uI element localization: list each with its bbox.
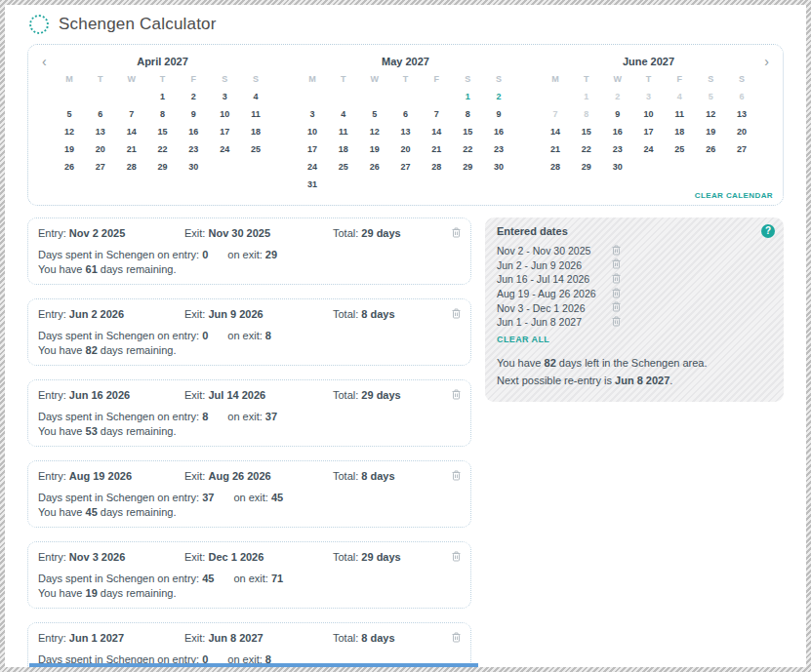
day-cell[interactable]: 26 xyxy=(359,161,390,174)
delete-range-button[interactable] xyxy=(612,258,624,271)
day-cell[interactable]: 25 xyxy=(328,161,359,174)
next-month-button[interactable]: › xyxy=(764,53,769,70)
day-cell[interactable]: 10 xyxy=(633,108,665,121)
day-cell[interactable]: 4 xyxy=(328,108,359,121)
delete-entry-button[interactable] xyxy=(449,632,461,645)
delete-entry-button[interactable] xyxy=(449,470,461,483)
day-cell[interactable]: 2 xyxy=(178,91,209,103)
day-cell[interactable]: 13 xyxy=(390,126,422,138)
day-cell[interactable]: 20 xyxy=(390,143,422,156)
day-cell[interactable]: 18 xyxy=(664,126,695,138)
day-cell[interactable]: 13 xyxy=(726,108,757,121)
day-cell[interactable]: 15 xyxy=(452,126,483,138)
day-cell[interactable]: 9 xyxy=(602,108,633,121)
help-icon[interactable]: ? xyxy=(761,224,775,238)
day-cell[interactable]: 11 xyxy=(664,108,695,121)
day-cell[interactable]: 11 xyxy=(328,126,359,138)
day-cell[interactable]: 1 xyxy=(452,91,483,103)
day-cell[interactable]: 24 xyxy=(209,143,240,156)
day-cell[interactable]: 27 xyxy=(85,161,116,174)
day-cell[interactable]: 22 xyxy=(147,143,179,156)
day-cell[interactable]: 24 xyxy=(297,161,328,174)
day-cell[interactable]: 16 xyxy=(602,126,633,138)
day-cell[interactable]: 16 xyxy=(483,126,514,138)
day-cell[interactable]: 12 xyxy=(54,126,85,138)
day-cell[interactable]: 6 xyxy=(390,108,422,121)
day-cell[interactable]: 29 xyxy=(452,161,483,174)
day-cell[interactable]: 15 xyxy=(147,126,179,138)
day-cell[interactable]: 27 xyxy=(726,143,757,156)
day-cell[interactable]: 13 xyxy=(85,126,116,138)
day-cell[interactable]: 22 xyxy=(571,143,602,156)
day-cell[interactable]: 24 xyxy=(633,143,665,156)
day-cell[interactable]: 23 xyxy=(178,143,209,156)
day-cell[interactable]: 20 xyxy=(85,143,116,156)
day-cell[interactable]: 20 xyxy=(726,126,757,138)
day-cell[interactable]: 29 xyxy=(147,161,179,174)
day-cell[interactable]: 9 xyxy=(178,108,209,121)
day-cell[interactable]: 23 xyxy=(602,143,633,156)
day-cell[interactable]: 26 xyxy=(54,161,85,174)
delete-range-button[interactable] xyxy=(612,316,624,329)
day-cell[interactable]: 30 xyxy=(178,161,209,174)
day-cell[interactable]: 28 xyxy=(116,161,147,174)
day-cell[interactable]: 3 xyxy=(209,91,240,103)
clear-all-button[interactable]: CLEAR ALL xyxy=(497,335,549,344)
delete-range-button[interactable] xyxy=(612,288,624,300)
delete-range-button[interactable] xyxy=(612,273,624,286)
day-cell[interactable]: 30 xyxy=(602,161,633,174)
delete-entry-button[interactable] xyxy=(449,389,461,402)
day-cell[interactable]: 1 xyxy=(147,91,179,103)
day-cell[interactable]: 29 xyxy=(571,161,602,174)
day-cell[interactable]: 19 xyxy=(359,143,390,156)
day-cell[interactable]: 19 xyxy=(695,126,726,138)
day-cell[interactable]: 2 xyxy=(483,91,514,103)
delete-entry-button[interactable] xyxy=(449,227,461,240)
day-cell[interactable]: 22 xyxy=(452,143,483,156)
day-cell[interactable]: 7 xyxy=(421,108,452,121)
delete-entry-button[interactable] xyxy=(449,308,461,321)
day-cell[interactable]: 14 xyxy=(540,126,571,138)
day-cell[interactable]: 14 xyxy=(116,126,147,138)
day-cell[interactable]: 8 xyxy=(147,108,179,121)
day-cell[interactable]: 19 xyxy=(54,143,85,156)
day-cell[interactable]: 18 xyxy=(240,126,271,138)
day-cell[interactable]: 28 xyxy=(421,161,452,174)
day-cell[interactable]: 28 xyxy=(540,161,571,174)
day-cell[interactable]: 25 xyxy=(664,143,695,156)
day-cell[interactable]: 4 xyxy=(240,91,271,103)
delete-entry-button[interactable] xyxy=(449,551,461,564)
day-cell[interactable]: 15 xyxy=(571,126,602,138)
day-cell[interactable]: 17 xyxy=(633,126,665,138)
day-cell[interactable]: 31 xyxy=(297,178,328,191)
day-cell[interactable]: 5 xyxy=(359,108,390,121)
day-cell[interactable]: 12 xyxy=(359,126,390,138)
day-cell[interactable]: 27 xyxy=(390,161,422,174)
day-cell[interactable]: 9 xyxy=(483,108,514,121)
day-cell[interactable]: 8 xyxy=(452,108,483,121)
day-cell[interactable]: 12 xyxy=(695,108,726,121)
prev-month-button[interactable]: ‹ xyxy=(42,53,47,70)
day-cell[interactable]: 3 xyxy=(297,108,328,121)
day-cell[interactable]: 16 xyxy=(178,126,209,138)
day-cell[interactable]: 7 xyxy=(116,108,147,121)
day-cell[interactable]: 30 xyxy=(483,161,514,174)
day-cell[interactable]: 6 xyxy=(85,108,116,121)
day-cell[interactable]: 21 xyxy=(116,143,147,156)
day-cell[interactable]: 26 xyxy=(695,143,726,156)
day-cell[interactable]: 5 xyxy=(54,108,85,121)
day-cell[interactable]: 18 xyxy=(328,143,359,156)
clear-calendar-button[interactable]: CLEAR CALENDAR xyxy=(695,191,773,200)
day-cell[interactable]: 17 xyxy=(209,126,240,138)
day-cell[interactable]: 21 xyxy=(540,143,571,156)
delete-range-button[interactable] xyxy=(612,301,624,314)
day-cell[interactable]: 25 xyxy=(240,143,271,156)
day-cell[interactable]: 17 xyxy=(297,143,328,156)
day-cell[interactable]: 10 xyxy=(297,126,328,138)
day-cell[interactable]: 10 xyxy=(209,108,240,121)
delete-range-button[interactable] xyxy=(612,245,624,257)
day-cell[interactable]: 11 xyxy=(240,108,271,121)
day-cell[interactable]: 21 xyxy=(421,143,452,156)
day-cell[interactable]: 23 xyxy=(483,143,514,156)
day-cell[interactable]: 14 xyxy=(421,126,452,138)
